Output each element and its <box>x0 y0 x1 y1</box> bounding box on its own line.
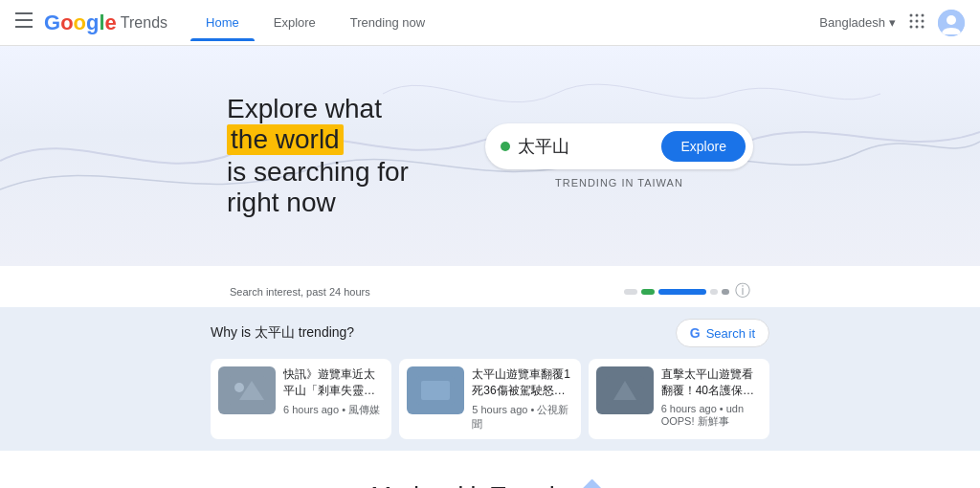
news-card-3[interactable]: 直擊太平山遊覽看翻覆！40名護保老工出遊3人英困女命危 6 hours ago … <box>589 359 769 439</box>
trend-label: Search interest, past 24 hours <box>230 286 370 298</box>
svg-point-5 <box>922 13 924 16</box>
trend-header: Search interest, past 24 hours ⓘ <box>19 276 961 307</box>
logo[interactable]: Google Trends <box>44 11 167 35</box>
bar-segment-2 <box>641 289 655 295</box>
svg-point-13 <box>947 15 956 25</box>
main-nav: Home Explore Trending now <box>190 4 440 41</box>
svg-point-10 <box>916 25 919 28</box>
svg-point-9 <box>910 25 913 28</box>
news-title-1: 快訊》遊覽車近太平山「剎車失靈」1女命危「急救風死亡… <box>283 366 384 399</box>
search-it-g-letter: G <box>690 325 701 341</box>
news-thumb-1 <box>218 366 276 414</box>
news-card-1[interactable]: 快訊》遊覽車近太平山「剎車失靈」1女命危「急救風死亡… 6 hours ago … <box>211 359 391 439</box>
svg-point-11 <box>922 25 924 28</box>
news-meta-2: 5 hours ago • 公視新聞 <box>472 403 572 432</box>
svg-rect-1 <box>15 19 33 21</box>
hero-title-line3: right now <box>227 188 409 218</box>
news-info-1: 快訊》遊覽車近太平山「剎車失靈」1女命危「急救風死亡… 6 hours ago … <box>283 366 384 432</box>
trending-dot <box>501 142 510 151</box>
apps-icon[interactable] <box>907 11 926 34</box>
svg-rect-2 <box>15 26 33 28</box>
svg-point-6 <box>910 19 913 22</box>
trend-bar <box>624 289 729 295</box>
hero-highlight: the world <box>227 124 344 155</box>
made-section: Made with Trends See how Google Trends i… <box>0 451 980 488</box>
news-thumb-3 <box>596 366 654 414</box>
why-section: Why is 太平山 trending? G Search it 快訊》遊覽車近… <box>0 307 980 451</box>
search-term: 太平山 <box>518 135 655 158</box>
news-time-2: 5 hours ago <box>472 404 527 415</box>
info-icon[interactable]: ⓘ <box>735 281 750 301</box>
news-title-2: 太平山遊覽車翻覆1死36傷被駕駛怒車失靈」公視新聞網PNN <box>472 366 572 399</box>
country-label: Bangladesh <box>819 15 885 30</box>
header-right: Bangladesh ▾ <box>819 10 965 36</box>
news-thumb-2 <box>407 366 464 414</box>
logo-e: e <box>105 11 117 35</box>
news-time-3: 6 hours ago <box>661 403 717 414</box>
logo-g2: g <box>86 11 99 35</box>
svg-point-4 <box>916 13 919 16</box>
hero-section: Explore what the world is searching for … <box>0 46 980 266</box>
news-source-1: 風傳媒 <box>348 404 380 415</box>
hero-text: Explore what the world is searching for … <box>227 94 409 218</box>
menu-icon[interactable] <box>15 11 33 33</box>
logo-trends: Trends <box>121 14 167 32</box>
nav-explore[interactable]: Explore <box>258 4 331 41</box>
search-it-button[interactable]: G Search it <box>676 319 769 347</box>
search-widget: 太平山 Explore TRENDING IN TAIWAN <box>485 123 753 189</box>
bar-segment-5 <box>722 289 729 295</box>
header: Google Trends Home Explore Trending now … <box>0 0 980 46</box>
made-title-wrap: Made with Trends <box>370 479 609 488</box>
news-meta-1: 6 hours ago • 風傳媒 <box>283 403 384 417</box>
trending-label: TRENDING IN TAIWAN <box>555 177 683 189</box>
search-it-label: Search it <box>706 326 755 341</box>
explore-button[interactable]: Explore <box>661 131 745 162</box>
svg-rect-0 <box>15 12 33 14</box>
hero-title-line1: Explore what <box>227 94 409 124</box>
svg-point-15 <box>234 383 244 392</box>
svg-rect-18 <box>421 381 450 400</box>
avatar[interactable] <box>938 10 965 36</box>
news-title-3: 直擊太平山遊覽看翻覆！40名護保老工出遊3人英困女命危 <box>661 366 762 399</box>
made-diamond-icon <box>575 479 610 488</box>
why-header: Why is 太平山 trending? G Search it <box>211 319 769 347</box>
news-time-1: 6 hours ago <box>283 404 339 415</box>
logo-o2: o <box>74 11 86 35</box>
nav-home[interactable]: Home <box>190 4 255 41</box>
country-select[interactable]: Bangladesh ▾ <box>819 15 896 30</box>
nav-trending-now[interactable]: Trending now <box>335 4 440 41</box>
hero-title-line2: is searching for <box>227 157 409 188</box>
svg-point-7 <box>916 19 919 22</box>
news-meta-3: 6 hours ago • udn OOPS! 新鮮事 <box>661 403 762 429</box>
search-box: 太平山 Explore <box>485 123 753 169</box>
country-arrow-icon: ▾ <box>889 15 896 30</box>
logo-g: G <box>44 11 60 35</box>
svg-point-3 <box>910 13 913 16</box>
made-title: Made with Trends <box>370 481 567 488</box>
news-cards: 快訊》遊覽車近太平山「剎車失靈」1女命危「急救風死亡… 6 hours ago … <box>211 359 769 439</box>
why-title: Why is 太平山 trending? <box>211 324 354 342</box>
logo-o1: o <box>60 11 73 35</box>
hero-content: Explore what the world is searching for … <box>0 46 980 266</box>
trend-chart-section: Search interest, past 24 hours ⓘ <box>0 266 980 307</box>
bar-segment-1 <box>624 289 637 295</box>
news-info-3: 直擊太平山遊覽看翻覆！40名護保老工出遊3人英困女命危 6 hours ago … <box>661 366 762 432</box>
bar-segment-4 <box>710 289 718 295</box>
news-info-2: 太平山遊覽車翻覆1死36傷被駕駛怒車失靈」公視新聞網PNN 5 hours ag… <box>472 366 572 432</box>
bar-segment-3 <box>658 289 706 295</box>
news-card-2[interactable]: 太平山遊覽車翻覆1死36傷被駕駛怒車失靈」公視新聞網PNN 5 hours ag… <box>399 359 580 439</box>
svg-point-8 <box>922 19 924 22</box>
